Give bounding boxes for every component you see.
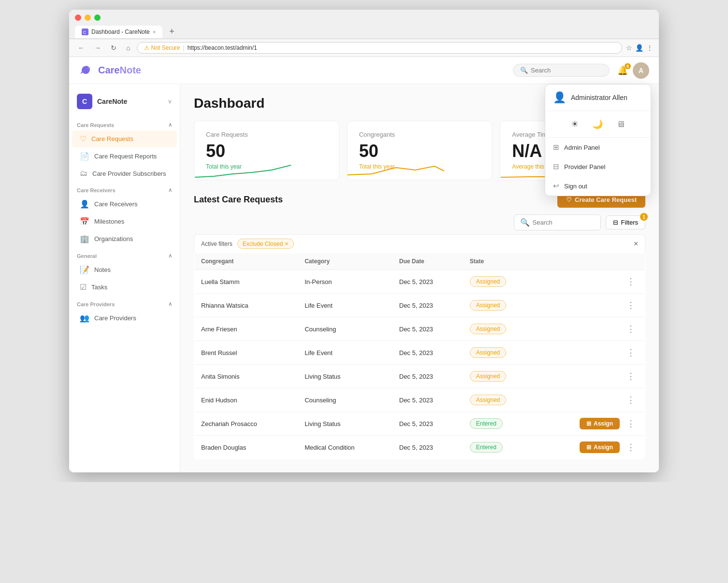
traffic-light-red[interactable] [75, 14, 81, 21]
sidebar-item-care-request-reports[interactable]: 📄 Care Request Reports [72, 148, 177, 165]
sidebar-label-tasks: Tasks [91, 284, 107, 291]
cell-category: In-Person [298, 270, 393, 294]
filters-badge: 1 [640, 213, 648, 221]
row-menu-button[interactable]: ⋮ [624, 370, 638, 383]
provider-panel-item[interactable]: ⊟ Provider Panel [545, 157, 651, 176]
back-button[interactable]: ← [75, 43, 87, 53]
care-requests-table: Congregant Category Due Date State [194, 253, 645, 459]
tab-close-button[interactable]: × [153, 29, 156, 35]
refresh-button[interactable]: ↻ [108, 43, 119, 53]
cell-due-date: Dec 5, 2023 [393, 412, 463, 436]
state-sort[interactable]: State [470, 258, 484, 265]
exclude-closed-filter: Exclude Closed × [237, 239, 294, 249]
table-search[interactable]: 🔍 [514, 214, 601, 230]
sidebar-item-care-requests[interactable]: ♡ Care Requests [72, 130, 177, 147]
menu-icon[interactable]: ⋮ [646, 44, 653, 52]
col-congregant: Congregant [194, 253, 298, 270]
sign-out-item[interactable]: ↩ Sign out [545, 176, 651, 196]
sidebar-item-milestones[interactable]: 📅 Milestones [72, 213, 177, 230]
profile-icon[interactable]: 👤 [635, 44, 643, 52]
sidebar-item-care-providers[interactable]: 👥 Care Providers [72, 310, 177, 327]
clear-filters-button[interactable]: × [634, 240, 638, 248]
row-menu-button[interactable]: ⋮ [624, 346, 638, 359]
row-menu-button[interactable]: ⋮ [624, 323, 638, 335]
admin-panel-item[interactable]: ⊞ Admin Panel [545, 138, 651, 157]
traffic-light-yellow[interactable] [85, 14, 91, 21]
light-theme-button[interactable]: ☀ [569, 117, 581, 131]
state-badge: Assigned [470, 300, 506, 311]
cell-category: Counseling [298, 317, 393, 341]
section-chevron-icon[interactable]: ∧ [168, 122, 172, 128]
cell-state: Assigned [463, 341, 538, 365]
sidebar-item-tasks[interactable]: ☑ Tasks [72, 279, 177, 296]
system-theme-button[interactable]: 🖥 [614, 117, 627, 131]
logo-text: CareNote [98, 65, 141, 76]
table-row: Anita Simonis Living Status Dec 5, 2023 … [194, 365, 645, 388]
sidebar-item-notes[interactable]: 📝 Notes [72, 261, 177, 278]
browser-tab[interactable]: C Dashboard - CareNote × [75, 26, 162, 38]
cell-category: Counseling [298, 388, 393, 412]
stat-care-requests-label: Care Requests [206, 131, 327, 138]
due-date-sort[interactable]: Due Date [399, 258, 424, 265]
cell-actions: ⋮ [538, 341, 645, 365]
table-row: Luella Stamm In-Person Dec 5, 2023 Assig… [194, 270, 645, 294]
not-secure-indicator: ⚠ Not Secure [144, 44, 180, 51]
cell-state: Entered [463, 412, 538, 436]
traffic-light-green[interactable] [94, 14, 101, 21]
dark-theme-button[interactable]: 🌙 [590, 117, 605, 131]
assign-button[interactable]: ⊞ Assign [580, 418, 620, 429]
filter-icon: ⊟ [613, 219, 618, 226]
filters-button[interactable]: ⊟ Filters 1 [606, 215, 645, 229]
user-avatar[interactable]: A [633, 62, 649, 79]
row-menu-button[interactable]: ⋮ [624, 299, 638, 312]
section-chevron-3-icon[interactable]: ∧ [168, 253, 172, 259]
section-general: General ∧ [69, 248, 180, 261]
organizations-icon: 🏢 [80, 234, 89, 243]
milestones-icon: 📅 [80, 217, 89, 226]
notifications-button[interactable]: 🔔 6 [617, 65, 628, 76]
search-input[interactable] [531, 67, 602, 74]
filter-close-icon[interactable]: × [285, 240, 289, 247]
row-menu-button[interactable]: ⋮ [624, 394, 638, 406]
provider-panel-label: Provider Panel [564, 163, 605, 171]
cell-category: Living Status [298, 365, 393, 388]
new-tab-button[interactable]: + [165, 25, 178, 39]
sidebar-item-care-receivers[interactable]: 👤 Care Receivers [72, 196, 177, 213]
row-menu-button[interactable]: ⋮ [624, 275, 638, 288]
table-search-input[interactable] [533, 219, 595, 226]
cell-congregant: Anita Simonis [194, 365, 298, 388]
cell-actions: ⋮ [538, 365, 645, 388]
section-chevron-2-icon[interactable]: ∧ [168, 187, 172, 193]
url-text[interactable]: https://beacon.test/admin/1 [188, 44, 257, 51]
logo[interactable]: CareNote [79, 63, 141, 78]
heart-icon: ♡ [566, 196, 572, 203]
notes-icon: 📝 [80, 265, 89, 274]
section-chevron-4-icon[interactable]: ∧ [168, 301, 172, 307]
state-badge: Assigned [470, 395, 506, 405]
cell-congregant: Brent Russel [194, 341, 298, 365]
forward-button[interactable]: → [91, 43, 104, 53]
provider-panel-icon: ⊟ [553, 162, 559, 171]
cell-due-date: Dec 5, 2023 [393, 365, 463, 388]
stat-card-care-requests: Care Requests 50 Total this year [194, 121, 339, 180]
col-state: State [463, 253, 538, 270]
congregant-sort[interactable]: Congregant [201, 258, 233, 265]
header-search[interactable]: 🔍 [513, 64, 610, 77]
cell-actions: ⊞ Assign ⋮ [538, 412, 645, 436]
sidebar-item-organizations[interactable]: 🏢 Organizations [72, 230, 177, 247]
tab-title: Dashboard - CareNote [91, 28, 150, 35]
assign-button[interactable]: ⊞ Assign [580, 441, 620, 453]
cell-congregant: Rhianna Watsica [194, 294, 298, 317]
row-menu-button[interactable]: ⋮ [624, 441, 638, 454]
org-chevron-icon: ∨ [168, 98, 172, 105]
category-sort[interactable]: Category [305, 258, 330, 265]
table-row: Enid Hudson Counseling Dec 5, 2023 Assig… [194, 388, 645, 412]
bookmark-star-icon[interactable]: ☆ [626, 44, 632, 52]
org-header[interactable]: C CareNote ∨ [69, 90, 180, 113]
sidebar-item-care-provider-subscribers[interactable]: 🗂 Care Provider Subscribers [72, 165, 177, 182]
cell-due-date: Dec 5, 2023 [393, 317, 463, 341]
home-button[interactable]: ⌂ [123, 43, 133, 53]
dropdown-user-name: Administrator Allen [571, 94, 627, 101]
cell-state: Assigned [463, 365, 538, 388]
row-menu-button[interactable]: ⋮ [624, 417, 638, 430]
